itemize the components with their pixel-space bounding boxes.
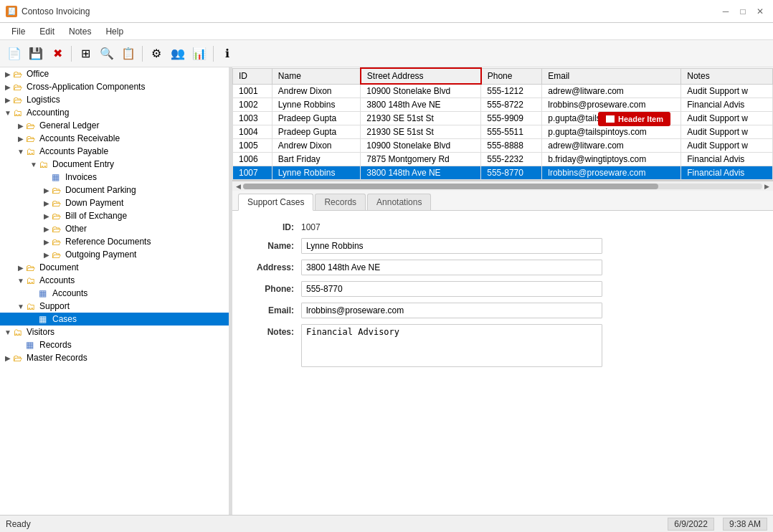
sidebar-item-document[interactable]: ▶ 🗁 Document	[0, 261, 229, 274]
table-row[interactable]: 1004Pradeep Gupta21930 SE 51st St555-551…	[233, 125, 773, 139]
sidebar-item-accounts-table[interactable]: ▦ Accounts	[0, 287, 229, 300]
sidebar-item-label: Master Records	[27, 353, 87, 363]
col-id[interactable]: ID	[233, 68, 272, 84]
sidebar-item-support[interactable]: ▼ 🗂 Support	[0, 300, 229, 313]
tab-annotations[interactable]: Annotations	[367, 194, 431, 210]
table-row[interactable]: 1007Lynne Robbins3800 148th Ave NE555-87…	[233, 166, 773, 180]
cell-phone: 555-9909	[481, 112, 542, 125]
sidebar-item-document-entry[interactable]: ▼ 🗂 Document Entry	[0, 158, 229, 171]
sidebar-item-cases[interactable]: ▦ Cases	[0, 313, 229, 326]
sidebar-item-office[interactable]: ▶ 🗁 Office	[0, 67, 229, 80]
search-button[interactable]: 🔍	[97, 44, 117, 64]
table-icon: ▦	[26, 340, 37, 350]
tab-support-cases[interactable]: Support Cases	[238, 194, 313, 211]
sidebar-item-reference-documents[interactable]: ▶ 🗁 Reference Documents	[0, 235, 229, 248]
cell-name: Andrew Dixon	[272, 84, 361, 98]
close-button[interactable]: ✕	[753, 4, 767, 19]
sidebar-item-document-parking[interactable]: ▶ 🗁 Document Parking	[0, 184, 229, 196]
folder-icon: 🗁	[52, 185, 63, 195]
folder-icon: 🗁	[52, 237, 63, 247]
col-notes[interactable]: Notes	[681, 68, 773, 84]
phone-input[interactable]	[301, 281, 602, 297]
clipboard-button[interactable]: 📋	[118, 44, 138, 64]
tree-arrow: ▼	[16, 148, 26, 156]
cell-street: 10900 Stonelake Blvd	[361, 139, 481, 153]
sidebar-item-accounts[interactable]: ▼ 🗂 Accounts	[0, 274, 229, 287]
col-email[interactable]: Email	[542, 68, 681, 84]
sidebar-item-label: Invoices	[65, 172, 97, 182]
tab-records[interactable]: Records	[315, 194, 366, 210]
delete-button[interactable]: ✖	[47, 44, 67, 64]
col-street[interactable]: Street Address	[361, 68, 481, 84]
cell-phone: 555-5511	[481, 125, 542, 139]
table-row[interactable]: 1005Andrew Dixon10900 Stonelake Blvd555-…	[233, 139, 773, 153]
tree-arrow: ▼	[16, 303, 26, 310]
cell-notes: Audit Support w	[681, 125, 773, 139]
horizontal-scrollbar[interactable]: ◀ ▶	[232, 181, 773, 191]
new-button[interactable]: 📄	[4, 44, 24, 64]
email-input[interactable]	[301, 303, 602, 318]
sidebar-item-accounts-payable[interactable]: ▼ 🗂 Accounts Payable	[0, 145, 229, 158]
cell-phone: 555-2232	[481, 153, 542, 166]
sidebar: ▶ 🗁 Office ▶ 🗁 Cross-Application Compone…	[0, 67, 229, 515]
cell-email: adrew@litware.com	[542, 139, 681, 153]
address-input[interactable]	[301, 260, 602, 275]
menu-edit[interactable]: Edit	[34, 25, 60, 38]
menu-file[interactable]: File	[6, 25, 31, 38]
address-label: Address:	[244, 260, 301, 272]
sidebar-item-down-payment[interactable]: ▶ 🗁 Down Payment	[0, 196, 229, 209]
form-row-address: Address:	[244, 260, 762, 275]
menu-notes[interactable]: Notes	[63, 25, 97, 38]
sidebar-item-cross-app[interactable]: ▶ 🗁 Cross-Application Components	[0, 80, 229, 93]
info-button[interactable]: ℹ	[217, 44, 237, 64]
sidebar-item-logistics[interactable]: ▶ 🗁 Logistics	[0, 93, 229, 106]
content-area: Header Item ID Name Street Address Phone…	[232, 67, 773, 515]
table-row[interactable]: 1002Lynne Robbins3800 148th Ave NE555-87…	[233, 98, 773, 112]
sidebar-item-label: Accounts	[52, 288, 87, 298]
table-row[interactable]: 1003Pradeep Gupta21930 SE 51st St555-990…	[233, 112, 773, 125]
sidebar-item-visitors[interactable]: ▼ 🗂 Visitors	[0, 326, 229, 338]
email-label: Email:	[244, 303, 301, 315]
sidebar-item-other[interactable]: ▶ 🗁 Other	[0, 222, 229, 235]
name-input[interactable]	[301, 238, 602, 254]
sidebar-item-general-ledger[interactable]: ▶ 🗁 General Ledger	[0, 119, 229, 132]
table-row[interactable]: 1006Bart Friday7875 Montgomery Rd555-223…	[233, 153, 773, 166]
settings-button[interactable]: ⚙	[146, 44, 166, 64]
col-phone[interactable]: Phone	[481, 68, 542, 84]
sidebar-item-accounting[interactable]: ▼ 🗂 Accounting	[0, 106, 229, 119]
form-row-notes: Notes:	[244, 324, 762, 367]
maximize-button[interactable]: □	[736, 4, 750, 19]
app-icon: 🧾	[6, 6, 17, 17]
users-button[interactable]: 👥	[168, 44, 188, 64]
sidebar-item-label: Accounts Payable	[39, 146, 108, 156]
excel-button[interactable]: 📊	[189, 44, 209, 64]
sidebar-item-records[interactable]: ▦ Records	[0, 338, 229, 351]
table-row[interactable]: 1001Andrew Dixon10900 Stonelake Blvd555-…	[233, 84, 773, 98]
notes-input[interactable]	[301, 324, 602, 367]
cell-street: 21930 SE 51st St	[361, 112, 481, 125]
cell-id: 1003	[233, 112, 272, 125]
sidebar-item-accounts-receivable[interactable]: ▶ 🗁 Accounts Receivable	[0, 132, 229, 145]
table-button[interactable]: ⊞	[75, 44, 95, 64]
scroll-right-arrow[interactable]: ▶	[762, 183, 772, 190]
sidebar-item-bill-of-exchange[interactable]: ▶ 🗁 Bill of Exchange	[0, 209, 229, 222]
tree-arrow: ▼	[3, 328, 13, 336]
menu-help[interactable]: Help	[100, 25, 129, 38]
sidebar-item-label: Logistics	[27, 95, 60, 105]
tree-arrow: ▶	[3, 83, 13, 91]
sidebar-item-invoices[interactable]: ▦ Invoices	[0, 171, 229, 184]
scroll-track[interactable]	[243, 184, 762, 189]
folder-icon: 🗁	[52, 198, 63, 208]
save-button[interactable]: 💾	[26, 44, 46, 64]
col-name[interactable]: Name	[272, 68, 361, 84]
cell-email: lrobbins@proseware.com	[542, 98, 681, 112]
cell-street: 3800 148th Ave NE	[361, 166, 481, 180]
scroll-left-arrow[interactable]: ◀	[234, 183, 243, 190]
status-text: Ready	[6, 519, 31, 529]
sidebar-item-outgoing-payment[interactable]: ▶ 🗁 Outgoing Payment	[0, 248, 229, 261]
minimize-button[interactable]: ─	[719, 4, 733, 19]
scroll-thumb[interactable]	[243, 184, 658, 189]
cell-id: 1006	[233, 153, 272, 166]
folder-icon: 🗁	[52, 250, 63, 260]
sidebar-item-master-records[interactable]: ▶ 🗁 Master Records	[0, 351, 229, 364]
